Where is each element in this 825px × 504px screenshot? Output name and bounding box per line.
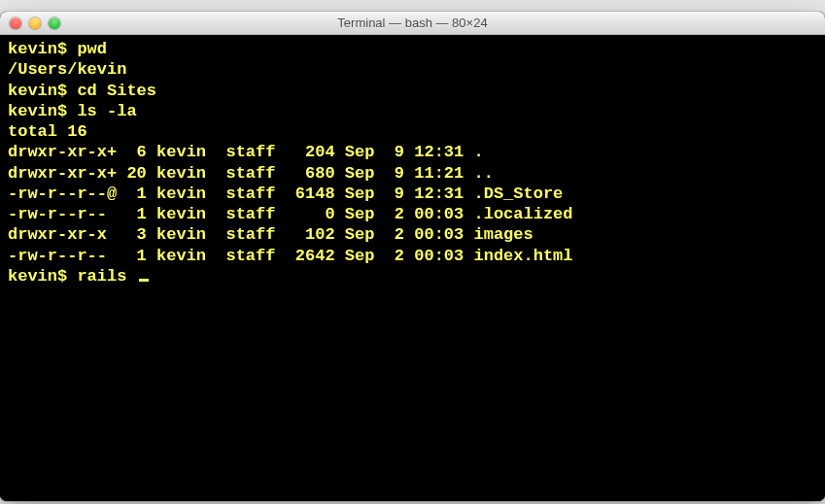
terminal-line: kevin$ pwd	[8, 39, 817, 59]
window-titlebar: Terminal — bash — 80×24	[0, 12, 825, 35]
terminal-line: kevin$ rails	[8, 266, 817, 286]
terminal-line: drwxr-xr-x+ 6 kevin staff 204 Sep 9 12:3…	[8, 142, 817, 162]
terminal-body[interactable]: kevin$ pwd/Users/kevinkevin$ cd Siteskev…	[0, 35, 825, 501]
terminal-line: drwxr-xr-x+ 20 kevin staff 680 Sep 9 11:…	[8, 163, 817, 184]
minimize-icon[interactable]	[29, 17, 41, 29]
close-icon[interactable]	[10, 17, 21, 29]
window-title: Terminal — bash — 80×24	[0, 16, 825, 30]
terminal-line: kevin$ ls -la	[8, 101, 817, 121]
terminal-line: kevin$ cd Sites	[8, 81, 817, 101]
terminal-line: total 16	[8, 121, 817, 142]
cursor-icon	[139, 279, 149, 282]
terminal-line: /Users/kevin	[8, 59, 817, 80]
traffic-lights	[0, 17, 60, 29]
terminal-line: drwxr-xr-x 3 kevin staff 102 Sep 2 00:03…	[8, 224, 817, 245]
terminal-window: Terminal — bash — 80×24 kevin$ pwd/Users…	[0, 12, 825, 501]
terminal-line: -rw-r--r-- 1 kevin staff 2642 Sep 2 00:0…	[8, 246, 817, 266]
terminal-line: -rw-r--r-- 1 kevin staff 0 Sep 2 00:03 .…	[8, 204, 817, 224]
zoom-icon[interactable]	[49, 17, 60, 29]
terminal-line: -rw-r--r--@ 1 kevin staff 6148 Sep 9 12:…	[8, 184, 817, 204]
